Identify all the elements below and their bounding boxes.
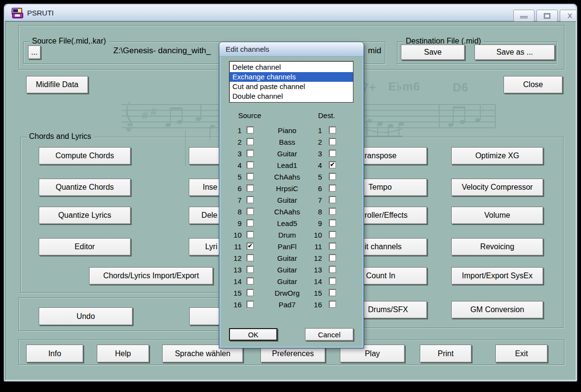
exit-button[interactable]: Exit	[495, 345, 548, 362]
button-label: Tempo	[368, 183, 392, 192]
source-channel-checkbox[interactable]	[246, 231, 254, 238]
source-channel-checkbox[interactable]	[246, 126, 254, 134]
gm-conversion-button[interactable]: GM Conversion	[451, 301, 543, 318]
channel-instrument-label: Lead1	[258, 161, 316, 169]
dest-channel-checkbox[interactable]	[329, 173, 336, 180]
channel-row: 12Guitar12	[229, 254, 345, 263]
source-channel-number: 15	[229, 289, 242, 297]
dest-channel-checkbox[interactable]	[329, 231, 336, 238]
channel-row: 1Piano1	[229, 126, 345, 136]
dest-channel-checkbox[interactable]	[329, 277, 336, 285]
channel-row: 13Guitar13	[229, 265, 345, 275]
button-label: roller/Effects	[365, 211, 408, 220]
browse-button[interactable]: ...	[28, 45, 41, 59]
source-channel-number: 11	[229, 242, 242, 251]
editor-button[interactable]: Editor	[39, 238, 131, 256]
channel-instrument-label: ChAahs	[258, 208, 316, 216]
dest-channel-number: 7	[309, 196, 322, 204]
dest-channel-checkbox[interactable]	[329, 254, 336, 261]
dest-channel-number: 3	[309, 150, 322, 158]
edit-channels-dialog: Edit channels Delete channel Exchange ch…	[219, 42, 364, 348]
source-channel-checkbox[interactable]	[246, 196, 254, 203]
source-channel-number: 1	[229, 126, 242, 135]
velocity-compressor-button[interactable]: Velocity Compressor	[451, 179, 543, 196]
source-channel-number: 8	[229, 208, 242, 216]
dialog-title-bar[interactable]: Edit channels	[219, 42, 364, 57]
svg-text:#: #	[151, 106, 156, 118]
minimize-button[interactable]	[513, 10, 535, 22]
list-item[interactable]: Double channel	[229, 91, 353, 101]
close-window-button[interactable]: X	[560, 10, 577, 22]
save-button[interactable]: Save	[401, 45, 465, 60]
quantize-chords-button[interactable]: Quantize Chords	[39, 179, 131, 196]
dest-channel-checkbox[interactable]	[329, 150, 336, 157]
cancel-button[interactable]: Cancel	[305, 328, 353, 341]
list-item[interactable]: Exchange channels	[229, 72, 353, 82]
watermark-chord: 7+	[362, 81, 376, 94]
close-button[interactable]: Close	[504, 76, 563, 93]
dest-channel-checkbox[interactable]	[329, 208, 336, 215]
compute-chords-button[interactable]: Compute Chords	[39, 147, 131, 165]
channel-row: 8ChAahs8	[229, 207, 345, 217]
button-label: ranspose	[365, 151, 397, 160]
dest-channel-checkbox[interactable]	[329, 184, 336, 192]
dest-channel-checkbox[interactable]	[329, 126, 336, 134]
source-channel-checkbox[interactable]	[246, 173, 254, 180]
chords-lyrics-import-export-button[interactable]: Chords/Lyrics Import/Export	[89, 267, 213, 285]
optimize-xg-button[interactable]: Optimize XG	[451, 147, 543, 165]
source-channel-checkbox[interactable]	[246, 254, 254, 261]
dest-channel-number: 14	[309, 277, 322, 286]
source-channel-checkbox[interactable]	[246, 184, 254, 192]
dest-channel-checkbox[interactable]	[329, 266, 336, 273]
revoicing-button[interactable]: Revoicing	[451, 238, 543, 256]
channel-instrument-label: ChAahs	[258, 173, 316, 181]
dest-channel-checkbox[interactable]: ✔	[329, 161, 336, 168]
channel-instrument-label: DrwOrg	[258, 289, 316, 297]
source-channel-checkbox[interactable]	[246, 219, 254, 226]
help-button[interactable]: Help	[97, 345, 149, 362]
source-channel-checkbox[interactable]: ✔	[246, 242, 254, 250]
dest-channel-checkbox[interactable]	[329, 196, 336, 203]
channel-row: 2Bass2	[229, 137, 345, 147]
minimize-icon	[520, 16, 528, 18]
source-path-tail: mid	[368, 46, 381, 56]
source-channel-checkbox[interactable]	[246, 208, 254, 215]
dest-channel-number: 16	[309, 301, 322, 309]
info-button[interactable]: Info	[26, 345, 83, 362]
ok-button[interactable]: OK	[229, 328, 277, 341]
button-label: Dele	[201, 211, 217, 220]
source-path-text: Z:\Genesis- dancing_with_	[113, 46, 211, 56]
channel-instrument-label: Guitar	[258, 254, 316, 262]
import-export-sysex-button[interactable]: Import/Export SysEx	[451, 267, 543, 285]
dest-channel-checkbox[interactable]	[329, 301, 336, 308]
save-as-button[interactable]: Save as ...	[474, 45, 555, 60]
list-item[interactable]: Cut and paste channel	[229, 82, 353, 91]
source-channel-checkbox[interactable]	[246, 150, 254, 157]
print-button[interactable]: Print	[420, 345, 472, 362]
dest-channel-number: 8	[309, 208, 322, 216]
main-window: PSRUTI X 7+ E♭m6 D6 # #	[4, 4, 577, 381]
undo-button[interactable]: Undo	[39, 307, 133, 325]
dest-channel-checkbox[interactable]	[329, 219, 336, 226]
source-channel-checkbox[interactable]	[246, 289, 254, 296]
dest-channel-checkbox[interactable]	[329, 138, 336, 145]
source-channel-checkbox[interactable]	[246, 266, 254, 273]
dest-channel-checkbox[interactable]	[329, 289, 336, 296]
source-channel-checkbox[interactable]	[246, 161, 254, 168]
source-channel-checkbox[interactable]	[246, 138, 254, 145]
button-label: Count In	[366, 271, 395, 280]
source-channel-number: 10	[229, 231, 242, 239]
maximize-button[interactable]	[536, 10, 558, 22]
quantize-lyrics-button[interactable]: Quantize Lyrics	[39, 207, 131, 224]
source-channel-number: 9	[229, 219, 242, 227]
source-channel-number: 16	[229, 301, 242, 309]
volume-button[interactable]: Volume	[451, 207, 543, 224]
channel-instrument-label: Piano	[258, 126, 316, 135]
channel-operation-list[interactable]: Delete channel Exchange channels Cut and…	[229, 61, 353, 103]
dest-channel-checkbox[interactable]	[329, 242, 336, 250]
maximize-icon	[544, 13, 550, 19]
list-item[interactable]: Delete channel	[229, 62, 353, 72]
source-channel-checkbox[interactable]	[246, 277, 254, 285]
source-channel-checkbox[interactable]	[246, 301, 254, 308]
midifile-data-button[interactable]: Midifile Data	[26, 76, 88, 93]
